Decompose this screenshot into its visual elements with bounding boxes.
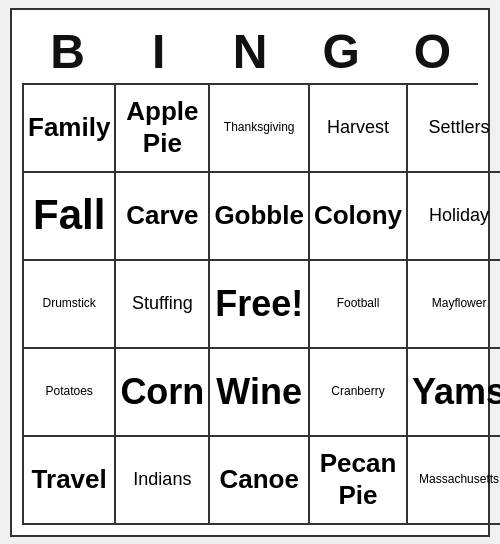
bingo-card: BINGO FamilyApple PieThanksgivingHarvest… (10, 8, 490, 537)
bingo-cell-22: Canoe (210, 437, 310, 525)
header-letter-O: O (387, 20, 478, 83)
bingo-cell-2: Thanksgiving (210, 85, 310, 173)
header-letter-B: B (22, 20, 113, 83)
bingo-cell-10: Drumstick (24, 261, 116, 349)
header-letter-I: I (113, 20, 204, 83)
header-letter-G: G (296, 20, 387, 83)
bingo-cell-20: Travel (24, 437, 116, 525)
bingo-cell-11: Stuffing (116, 261, 210, 349)
bingo-cell-7: Gobble (210, 173, 310, 261)
bingo-cell-17: Wine (210, 349, 310, 437)
bingo-cell-12: Free! (210, 261, 310, 349)
header-letter-N: N (204, 20, 295, 83)
bingo-cell-6: Carve (116, 173, 210, 261)
bingo-cell-14: Mayflower (408, 261, 500, 349)
bingo-cell-1: Apple Pie (116, 85, 210, 173)
bingo-cell-18: Cranberry (310, 349, 408, 437)
bingo-cell-19: Yams (408, 349, 500, 437)
bingo-cell-9: Holiday (408, 173, 500, 261)
bingo-cell-3: Harvest (310, 85, 408, 173)
bingo-cell-24: Massachusetts (408, 437, 500, 525)
bingo-cell-0: Family (24, 85, 116, 173)
bingo-cell-16: Corn (116, 349, 210, 437)
bingo-cell-8: Colony (310, 173, 408, 261)
bingo-grid: FamilyApple PieThanksgivingHarvestSettle… (22, 83, 478, 525)
bingo-cell-13: Football (310, 261, 408, 349)
bingo-cell-5: Fall (24, 173, 116, 261)
bingo-header: BINGO (22, 20, 478, 83)
bingo-cell-21: Indians (116, 437, 210, 525)
bingo-cell-4: Settlers (408, 85, 500, 173)
bingo-cell-15: Potatoes (24, 349, 116, 437)
bingo-cell-23: Pecan Pie (310, 437, 408, 525)
